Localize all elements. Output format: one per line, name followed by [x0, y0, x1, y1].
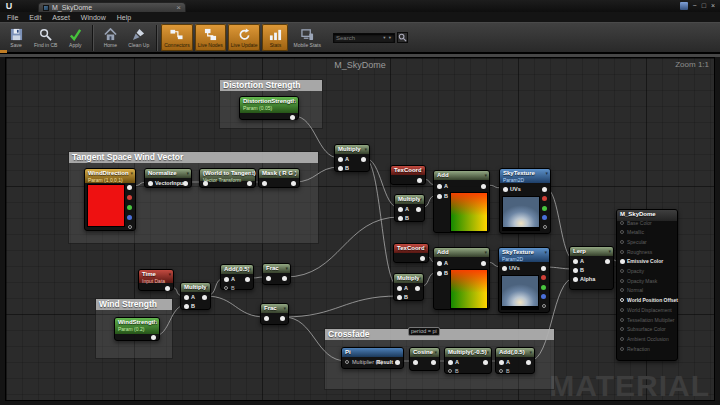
input-pin[interactable] [620, 259, 625, 264]
node-mul_mid[interactable]: Multiply▾AB [394, 194, 425, 222]
save-button[interactable]: Save [3, 24, 29, 51]
output-pin[interactable] [420, 256, 425, 261]
menu-window[interactable]: Window [81, 14, 106, 21]
mobile-stats-button[interactable]: Mobile Stats [290, 24, 324, 51]
input-pin[interactable] [620, 279, 624, 283]
output-pin[interactable] [280, 316, 285, 321]
node-collapse-icon[interactable]: ▾ [418, 275, 421, 281]
output-pin[interactable] [416, 207, 421, 212]
node-collapse-icon[interactable]: ▾ [168, 271, 171, 277]
output-pin[interactable] [542, 206, 547, 211]
menu-help[interactable]: Help [117, 14, 131, 21]
connectors-button[interactable]: Connectors [161, 24, 193, 51]
node-w2t[interactable]: (World to Tangent)Vector Transform▾ [199, 168, 256, 188]
input-pin[interactable] [620, 327, 624, 331]
node-mat[interactable]: M_SkyDomeBase ColorMetallicSpecularRough… [616, 209, 678, 361]
output-pin[interactable] [481, 184, 486, 189]
node-add_top[interactable]: Add▾AB [433, 170, 490, 233]
output-pin[interactable] [542, 304, 546, 308]
node-tc_top[interactable]: TexCoord▾ [390, 165, 426, 185]
input-pin[interactable] [338, 157, 343, 162]
node-mul_top[interactable]: Multiply▾AB [334, 144, 370, 172]
node-collapse-icon[interactable]: ▾ [130, 170, 133, 176]
output-pin[interactable] [245, 277, 250, 282]
find-in-cb-button[interactable]: Find in CB [31, 24, 60, 51]
node-mul_bot[interactable]: Multiply▾AB [393, 273, 424, 301]
node-collapse-icon[interactable]: ▾ [423, 245, 426, 251]
input-pin[interactable] [338, 166, 343, 171]
comment-distortion-strength-title[interactable]: Distortion Strength [220, 80, 322, 91]
input-pin[interactable] [620, 269, 624, 273]
comment-wind-strength-title[interactable]: Wind Strength [96, 299, 172, 310]
clean-up-button[interactable]: Clean Up [125, 24, 152, 51]
output-pin[interactable] [127, 185, 132, 190]
maximize-button[interactable]: □ [702, 1, 706, 11]
node-mul_t[interactable]: Multiply▾AB [180, 282, 211, 310]
node-collapse-icon[interactable]: ▾ [529, 349, 532, 355]
node-dstr[interactable]: DistortionStrengthParam (0.05)▾ [239, 96, 299, 120]
input-pin[interactable] [573, 268, 578, 273]
output-pin[interactable] [127, 215, 132, 220]
input-pin[interactable] [224, 277, 229, 282]
input-pin[interactable] [620, 347, 624, 351]
input-pin[interactable] [499, 360, 504, 365]
input-pin[interactable] [503, 187, 508, 192]
node-collapse-icon[interactable]: ▾ [484, 172, 487, 178]
output-pin[interactable] [165, 286, 170, 291]
output-pin[interactable] [415, 286, 420, 291]
input-pin[interactable] [437, 184, 442, 189]
output-pin[interactable] [395, 360, 400, 365]
node-collapse-icon[interactable]: ▾ [205, 284, 208, 290]
output-pin[interactable] [481, 261, 486, 266]
input-pin[interactable] [184, 304, 189, 309]
input-pin[interactable] [397, 295, 402, 300]
node-tc_bot[interactable]: TexCoord▾ [393, 243, 429, 263]
input-pin[interactable] [224, 286, 228, 290]
input-pin[interactable] [499, 369, 503, 373]
output-pin[interactable] [541, 294, 546, 299]
node-collapse-icon[interactable]: ▾ [486, 349, 489, 355]
live-nodes-button[interactable]: Live Nodes [195, 24, 226, 51]
node-collapse-icon[interactable]: ▾ [294, 170, 297, 176]
graph-canvas[interactable]: M_SkyDome Zoom 1:1 MATERIAL Distortion S… [5, 57, 715, 401]
live-update-button[interactable]: Live Update [228, 24, 261, 51]
input-pin[interactable] [398, 207, 403, 212]
input-pin[interactable] [148, 181, 153, 186]
search-dropdown-icon[interactable]: ▾ ▾ [383, 35, 392, 40]
output-pin[interactable] [542, 196, 547, 201]
input-pin[interactable] [203, 181, 208, 186]
output-pin[interactable] [541, 285, 546, 290]
output-pin[interactable] [541, 266, 546, 271]
output-pin[interactable] [291, 181, 296, 186]
input-pin[interactable] [262, 181, 267, 186]
node-pi[interactable]: PiMultiplier (S)Result [341, 347, 404, 369]
output-pin[interactable] [542, 187, 547, 192]
node-collapse-icon[interactable]: ▾ [434, 349, 437, 355]
node-add05[interactable]: Add(,0.5)▾AB [220, 264, 254, 290]
input-pin[interactable] [620, 230, 624, 234]
node-norm[interactable]: Normalize▾VectorInput [144, 168, 192, 188]
node-sky_bot[interactable]: SkyTextureParam2D▾UVs [498, 247, 550, 313]
node-collapse-icon[interactable]: ▾ [545, 170, 548, 176]
node-collapse-icon[interactable]: ▾ [285, 265, 288, 271]
input-pin[interactable] [620, 240, 624, 244]
search-box[interactable]: Search ▾ ▾ [333, 32, 408, 43]
menu-edit[interactable]: Edit [29, 14, 41, 21]
editor-tab[interactable]: M_SkyDome × [38, 2, 186, 12]
input-pin[interactable] [398, 216, 403, 221]
input-pin[interactable] [437, 261, 442, 266]
node-collapse-icon[interactable]: ▾ [420, 167, 423, 173]
output-pin[interactable] [543, 225, 547, 229]
output-pin[interactable] [431, 360, 436, 365]
node-cos[interactable]: Cosine▾ [409, 347, 440, 371]
comment-tangent-space-wind-vector-title[interactable]: Tangent Space Wind Vector [69, 152, 318, 163]
output-pin[interactable] [247, 181, 252, 186]
node-collapse-icon[interactable]: ▾ [186, 170, 189, 176]
input-pin[interactable] [397, 286, 402, 291]
output-pin[interactable] [151, 335, 156, 340]
search-input[interactable]: Search ▾ ▾ [333, 33, 395, 43]
node-lerp[interactable]: Lerp▾ABAlpha [569, 246, 614, 290]
output-pin[interactable] [605, 259, 610, 264]
node-time[interactable]: TimeInput Data▾ [138, 269, 174, 291]
output-pin[interactable] [483, 360, 488, 365]
